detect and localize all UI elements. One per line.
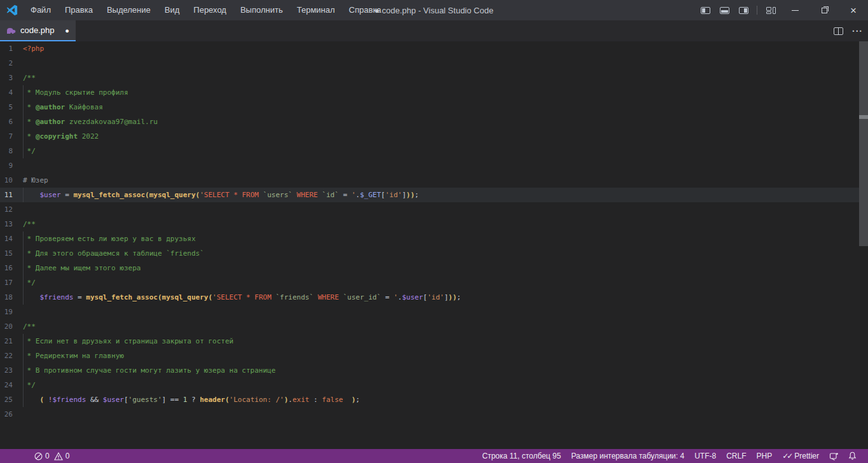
restore-button[interactable] [809, 0, 839, 20]
notifications-button[interactable] [843, 452, 862, 460]
line-number: 7 [0, 129, 13, 144]
code-line[interactable]: 26 [0, 407, 868, 422]
scrollbar-thumb[interactable] [859, 41, 868, 246]
line-number: 19 [0, 305, 13, 319]
line-number: 15 [0, 246, 13, 261]
line-number: 13 [0, 217, 13, 232]
errors-icon [34, 452, 43, 460]
code-line[interactable]: 25 ( !$friends && $user['guests'] == 1 ?… [0, 392, 868, 407]
line-number: 3 [0, 71, 13, 85]
line-number: 16 [0, 261, 13, 275]
split-editor-icon[interactable] [834, 27, 843, 35]
code-line[interactable]: 19 [0, 305, 868, 319]
code-line[interactable]: 1<?php [0, 41, 868, 56]
toggle-secondary-sidebar-button[interactable] [734, 0, 753, 20]
vertical-scrollbar[interactable] [859, 41, 868, 449]
encoding[interactable]: UTF-8 [689, 452, 721, 460]
line-number: 25 [0, 392, 13, 407]
panel-icon [720, 7, 729, 14]
minimize-button[interactable] [780, 0, 809, 20]
menu-selection[interactable]: Выделение [100, 0, 158, 20]
eol-sequence[interactable]: CRLF [721, 452, 751, 460]
line-number: 22 [0, 349, 13, 363]
tab-code-php[interactable]: code.php ● [0, 20, 76, 41]
code-line[interactable]: 9 [0, 158, 868, 173]
editor[interactable]: 1<?php23/**4 * Модуль скрытие профиля5 *… [0, 41, 868, 449]
menu-run[interactable]: Выполнить [233, 0, 290, 20]
feedback-button[interactable] [824, 452, 843, 460]
warnings-icon [54, 452, 63, 460]
line-number: 12 [0, 202, 13, 217]
code-line[interactable]: 23 * В противном случае гости могут лази… [0, 363, 868, 378]
indent-guide [23, 232, 24, 246]
code-line[interactable]: 12 [0, 202, 868, 217]
customize-layout-button[interactable] [761, 0, 780, 20]
line-number: 11 [0, 188, 13, 202]
indent-guide [23, 378, 24, 392]
indent-guide [23, 290, 24, 305]
line-number: 10 [0, 173, 13, 188]
line-number: 9 [0, 158, 13, 173]
line-number: 18 [0, 290, 13, 305]
code-line[interactable]: 6 * @author zvezdakovaa97@mail.ru [0, 114, 868, 129]
code-line[interactable]: 17 */ [0, 275, 868, 290]
line-number: 2 [0, 56, 13, 71]
indent-guide [23, 392, 24, 407]
code-line[interactable]: 13/** [0, 217, 868, 232]
titlebar-separator [757, 6, 757, 15]
customize-layout-icon [766, 7, 776, 14]
secondary-sidebar-icon [739, 7, 748, 14]
code-line[interactable]: 22 * Редиректим на главную [0, 349, 868, 363]
code-line[interactable]: 15 * Для этого обращаемся к таблице `fri… [0, 246, 868, 261]
line-number: 8 [0, 144, 13, 158]
code-line[interactable]: 24 */ [0, 378, 868, 392]
line-number: 4 [0, 85, 13, 100]
code-line[interactable]: 3/** [0, 71, 868, 85]
menu-edit[interactable]: Правка [58, 0, 100, 20]
close-button[interactable]: × [839, 0, 868, 20]
tab-modified-dot[interactable]: ● [65, 27, 69, 34]
close-icon: × [850, 5, 857, 16]
more-actions-icon[interactable]: ··· [852, 26, 863, 36]
code-line[interactable]: 8 */ [0, 144, 868, 158]
menu-terminal[interactable]: Терминал [290, 0, 342, 20]
bell-icon [848, 452, 857, 460]
toggle-panel-button[interactable] [715, 0, 734, 20]
status-bar: 0 0 Строка 11, столбец 95 Размер интерва… [0, 449, 868, 463]
code-line[interactable]: 11 $user = mysql_fetch_assoc(mysql_query… [0, 188, 868, 202]
double-check-icon: ✓✓ [782, 452, 791, 460]
indent-guide [23, 129, 24, 144]
toggle-sidebar-button[interactable] [696, 0, 715, 20]
language-mode[interactable]: PHP [752, 452, 778, 460]
line-number: 23 [0, 363, 13, 378]
code-line[interactable]: 5 * @author Кайфовая [0, 100, 868, 114]
indent-guide [23, 349, 24, 363]
line-number: 20 [0, 319, 13, 334]
overview-ruler-cursor-mark [859, 115, 868, 119]
code-line[interactable]: 21 * Если нет в друзьях и страница закры… [0, 334, 868, 349]
formatter-label: Prettier [794, 452, 819, 460]
minimize-icon [792, 10, 799, 11]
code-line[interactable]: 16 * Далее мы ищем этого юзера [0, 261, 868, 275]
code-line[interactable]: 2 [0, 56, 868, 71]
code-line[interactable]: 18 $friends = mysql_fetch_assoc(mysql_qu… [0, 290, 868, 305]
indent-guide [23, 275, 24, 290]
php-file-icon [6, 27, 17, 34]
code-line[interactable]: 7 * @copyright 2022 [0, 129, 868, 144]
code-line[interactable]: 20/** [0, 319, 868, 334]
indent-guide [23, 144, 24, 158]
code-line[interactable]: 14 * Проверяем есть ли юзер у вас в друз… [0, 232, 868, 246]
menu-file[interactable]: Файл [24, 0, 58, 20]
formatter-status[interactable]: ✓✓ Prettier [777, 452, 824, 460]
code-lines: 1<?php23/**4 * Модуль скрытие профиля5 *… [0, 41, 868, 422]
warnings-count: 0 [65, 452, 70, 460]
code-line[interactable]: 10# Юзер [0, 173, 868, 188]
problems-indicator[interactable]: 0 0 [29, 452, 74, 460]
line-number: 14 [0, 232, 13, 246]
code-line[interactable]: 4 * Модуль скрытие профиля [0, 85, 868, 100]
menu-go[interactable]: Переход [186, 0, 233, 20]
indentation-setting[interactable]: Размер интервала табуляции: 4 [566, 452, 689, 460]
menu-view[interactable]: Вид [158, 0, 187, 20]
indent-guide [23, 114, 24, 129]
cursor-position[interactable]: Строка 11, столбец 95 [477, 452, 566, 460]
